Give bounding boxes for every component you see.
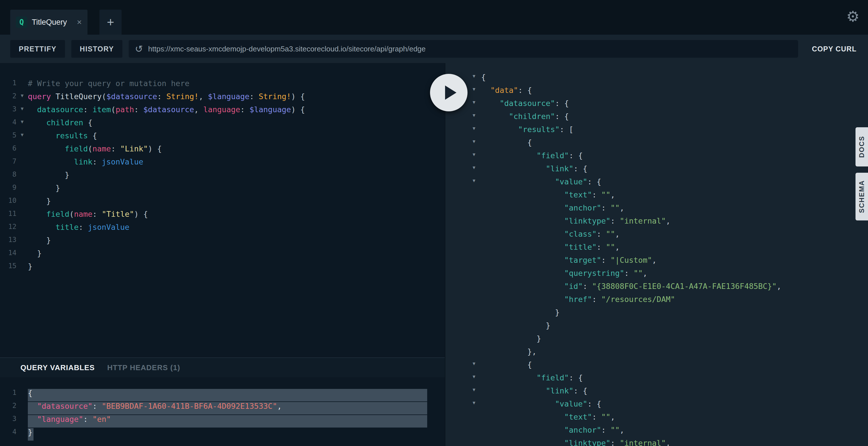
code-token: name [74, 210, 93, 218]
code-token: : { [574, 164, 587, 173]
code-token: , [199, 92, 208, 101]
collapse-arrow-icon[interactable]: ▾ [473, 399, 481, 413]
code-token: { [28, 389, 32, 397]
query-editor[interactable]: 1# Write your query or mutation here2▾qu… [0, 63, 445, 357]
query-code-line[interactable]: 11 field(name: "Title") { [0, 210, 445, 223]
collapse-arrow-icon[interactable]: ▾ [473, 125, 481, 138]
variables-code-line[interactable]: 1{ [0, 389, 445, 402]
code-token: "text" [564, 190, 592, 199]
prettify-button[interactable]: PRETTIFY [10, 40, 65, 58]
close-tab-icon[interactable]: × [77, 18, 82, 26]
code-token: { [83, 118, 93, 127]
code-text: "href": "/resources/DAM" [481, 295, 675, 308]
variables-code-line[interactable]: 4} [0, 428, 445, 441]
arrow-spacer [473, 413, 481, 425]
code-token: : [601, 203, 611, 212]
fold-spacer [17, 402, 28, 415]
code-text: children { [28, 118, 93, 131]
collapse-arrow-icon[interactable]: ▾ [473, 138, 481, 151]
indent [481, 413, 564, 421]
code-token: children [28, 118, 83, 127]
query-variables-tab[interactable]: QUERY VARIABLES [21, 363, 95, 372]
schema-tab[interactable]: SCHEMA [856, 173, 868, 220]
execute-button[interactable] [430, 74, 467, 111]
response-line: ▾ "field": { [445, 373, 868, 386]
code-text: "language": "en" [28, 415, 111, 428]
code-text: { [28, 389, 32, 402]
endpoint-url-bar[interactable]: ↺ https://xmc-seaus-xmcdemojp-developm5a… [129, 40, 798, 58]
tab-titlequery[interactable]: Q TitleQuery × [10, 10, 88, 35]
response-line: "anchor": "", [445, 203, 868, 216]
query-code-line[interactable]: 5▾ results { [0, 131, 445, 144]
query-code-line[interactable]: 7 link: jsonValue [0, 157, 445, 171]
arrow-spacer [473, 347, 481, 360]
fold-arrow-icon[interactable]: ▾ [17, 118, 28, 131]
code-text: "field": { [481, 151, 583, 164]
line-number: 2 [0, 92, 17, 105]
query-code-line[interactable]: 10 } [0, 197, 445, 210]
collapse-arrow-icon[interactable]: ▾ [473, 86, 481, 99]
code-token: : [596, 230, 606, 238]
query-code-line[interactable]: 13 } [0, 236, 445, 249]
query-code-line[interactable]: 3▾ datasource: item(path: $datasource, l… [0, 105, 445, 118]
indent [481, 164, 546, 173]
code-token: : { [555, 99, 569, 108]
replay-icon[interactable]: ↺ [135, 44, 143, 54]
response-line: ▾ "value": { [445, 177, 868, 190]
collapse-arrow-icon[interactable]: ▾ [473, 360, 481, 373]
http-headers-tab[interactable]: HTTP HEADERS (1) [107, 363, 180, 372]
collapse-arrow-icon[interactable]: ▾ [473, 164, 481, 177]
query-code-line[interactable]: 2▾query TitleQuery($datasource: String!,… [0, 92, 445, 105]
code-token: language [204, 105, 240, 114]
toolbar: PRETTIFY HISTORY ↺ https://xmc-seaus-xmc… [0, 35, 868, 63]
indent [481, 112, 509, 121]
collapse-arrow-icon[interactable]: ▾ [473, 386, 481, 399]
code-text: } [28, 183, 60, 197]
code-token: "target" [564, 256, 601, 265]
indent [481, 308, 555, 317]
fold-arrow-icon[interactable]: ▾ [17, 105, 28, 118]
code-text: title: jsonValue [28, 223, 129, 236]
variables-code-line[interactable]: 3 "language": "en" [0, 415, 445, 428]
new-tab-button[interactable]: + [99, 10, 122, 35]
collapse-arrow-icon[interactable]: ▾ [473, 73, 481, 86]
collapse-arrow-icon[interactable]: ▾ [473, 99, 481, 112]
fold-arrow-icon[interactable]: ▾ [17, 92, 28, 105]
query-code-line[interactable]: 15} [0, 262, 445, 275]
code-text: } [28, 197, 51, 210]
schema-tab-label: SCHEMA [858, 180, 866, 213]
endpoint-url: https://xmc-seaus-xmcdemojp-developm5a3.… [148, 44, 426, 53]
fold-arrow-icon[interactable]: ▾ [17, 131, 28, 144]
collapse-arrow-icon[interactable]: ▾ [473, 151, 481, 164]
code-token: : { [569, 373, 583, 382]
response-line: "title": "", [445, 243, 868, 256]
variables-editor[interactable]: 1{2 "datasource": "BEB9BDAF-1A60-411B-BF… [0, 377, 445, 446]
code-token: "children" [509, 112, 555, 121]
code-token: "|Custom" [610, 256, 652, 265]
history-button[interactable]: HISTORY [71, 40, 122, 58]
query-code-line[interactable]: 6 field(name: "Link") { [0, 144, 445, 157]
code-token: "" [610, 203, 620, 212]
query-code-line[interactable]: 12 title: jsonValue [0, 223, 445, 236]
query-code-line[interactable]: 8 } [0, 171, 445, 183]
query-code-line[interactable]: 4▾ children { [0, 118, 445, 131]
code-text: } [481, 334, 541, 347]
settings-gear-icon[interactable]: ⚙ [846, 8, 860, 25]
variables-code-line[interactable]: 2 "datasource": "BEB9BDAF-1A60-411B-BF6A… [0, 402, 445, 415]
copy-curl-button[interactable]: COPY CURL [804, 40, 864, 58]
code-token: } [28, 428, 32, 437]
collapse-arrow-icon[interactable]: ▾ [473, 177, 481, 190]
collapse-arrow-icon[interactable]: ▾ [473, 373, 481, 386]
response-line: "text": "", [445, 413, 868, 425]
collapse-arrow-icon[interactable]: ▾ [473, 112, 481, 125]
code-token: : [624, 269, 634, 277]
query-code-line[interactable]: 9 } [0, 183, 445, 197]
query-code-line[interactable]: 14 } [0, 249, 445, 262]
docs-tab[interactable]: DOCS [856, 127, 868, 167]
line-number: 4 [0, 428, 17, 441]
query-code-line[interactable]: 1# Write your query or mutation here [0, 79, 445, 92]
indent [481, 439, 564, 446]
code-token: String! [166, 92, 199, 101]
code-text: link: jsonValue [28, 157, 143, 171]
response-pane[interactable]: ▾{▾ "data": {▾ "datasource": {▾ "childre… [445, 63, 868, 446]
